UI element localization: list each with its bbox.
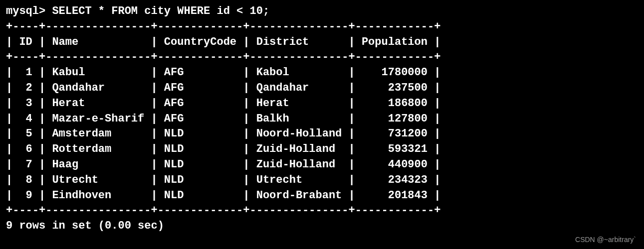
table-header: | ID | Name | CountryCode | District | P… bbox=[6, 35, 638, 50]
watermark: CSDN @~arbitrary` bbox=[575, 235, 636, 245]
table-row: | 4 | Mazar-e-Sharif | AFG | Balkh | 127… bbox=[6, 112, 638, 127]
table-row: | 3 | Herat | AFG | Herat | 186800 | bbox=[6, 96, 638, 112]
result-summary: 9 rows in set (0.00 sec) bbox=[6, 219, 638, 234]
table-border-top: +----+----------------+-------------+---… bbox=[6, 19, 638, 35]
table-border-bottom: +----+----------------+-------------+---… bbox=[6, 203, 638, 219]
table-row: | 1 | Kabul | AFG | Kabol | 1780000 | bbox=[6, 65, 638, 81]
table-row: | 6 | Rotterdam | NLD | Zuid-Holland | 5… bbox=[6, 142, 638, 157]
table-row: | 9 | Eindhoven | NLD | Noord-Brabant | … bbox=[6, 188, 638, 204]
table-row: | 7 | Haag | NLD | Zuid-Holland | 440900… bbox=[6, 157, 638, 173]
sql-query: SELECT * FROM city WHERE id < 10; bbox=[52, 5, 269, 17]
table-border-mid: +----+----------------+-------------+---… bbox=[6, 50, 638, 65]
query-line[interactable]: mysql> SELECT * FROM city WHERE id < 10; bbox=[6, 4, 638, 19]
table-row: | 8 | Utrecht | NLD | Utrecht | 234323 | bbox=[6, 173, 638, 188]
table-row: | 5 | Amsterdam | NLD | Noord-Holland | … bbox=[6, 126, 638, 142]
table-row: | 2 | Qandahar | AFG | Qandahar | 237500… bbox=[6, 81, 638, 96]
prompt: mysql> bbox=[6, 5, 52, 17]
